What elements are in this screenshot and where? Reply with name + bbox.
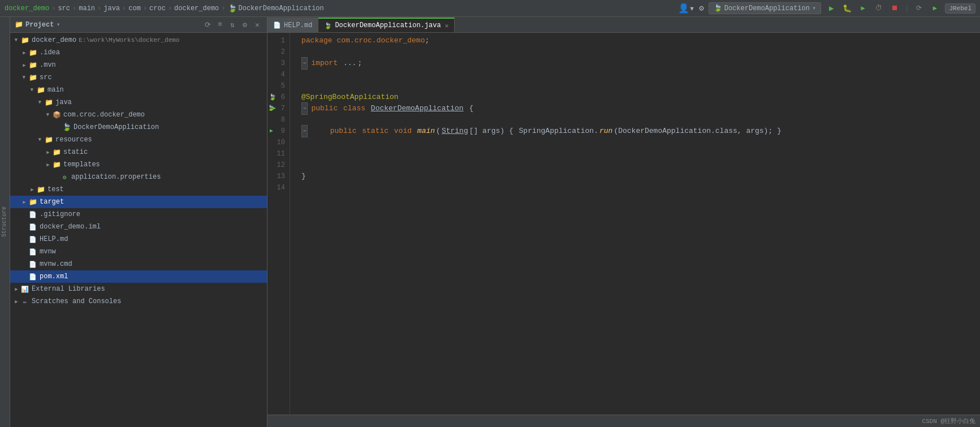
class-name: DockerDemoApplication <box>74 123 159 131</box>
tree-item-target[interactable]: ▶ 📁 target <box>10 196 267 208</box>
breadcrumb-class[interactable]: DockerDemoApplication <box>239 5 324 12</box>
expand-arrow-target[interactable]: ▶ <box>20 198 28 206</box>
tree-item-mvnwcmd[interactable]: ▶ 📄 mvnw.cmd <box>10 258 267 270</box>
tree-item-mvnw[interactable]: ▶ 📄 mvnw <box>10 245 267 258</box>
iml-name: docker_demo.iml <box>40 223 101 231</box>
tab-help[interactable]: 📄 HELP.md <box>267 18 318 32</box>
tree-item-scratches[interactable]: ▶ ✏ Scratches and Consoles <box>10 295 267 308</box>
tree-item-iml[interactable]: ▶ 📄 docker_demo.iml <box>10 221 267 233</box>
expand-arrow-external-libs[interactable]: ▶ <box>12 285 20 293</box>
code-content[interactable]: package com.croc.docker_demo; − import .… <box>290 33 980 415</box>
tree-item-java[interactable]: ▶ 📁 java <box>10 96 267 109</box>
templates-name: templates <box>63 161 100 169</box>
breadcrumb-src[interactable]: src <box>58 5 70 12</box>
expand-arrow-resources[interactable]: ▶ <box>36 136 44 144</box>
spring-icon-run: 🍃 <box>714 4 722 12</box>
line-numbers: 1 2 3 4 5 🍃 6 🍃 ▶ 7 <box>267 33 290 415</box>
tree-item-main[interactable]: ▶ 📁 main <box>10 84 267 96</box>
tree-item-resources[interactable]: ▶ 📁 resources <box>10 133 267 146</box>
expand-arrow-package[interactable]: ▶ <box>44 111 52 119</box>
top-bar-right: 👤▾ ⚙ 🍃 DockerDemoApplication ▾ ▶ 🐛 ▶ ⏱ ⏹… <box>678 2 975 14</box>
run-config-dropdown[interactable]: 🍃 DockerDemoApplication ▾ <box>709 2 821 14</box>
pomxml-name: pom.xml <box>40 273 68 281</box>
fold-icon-3[interactable]: − <box>301 57 308 70</box>
jrebel-run-button[interactable]: ▶ <box>929 3 940 14</box>
profile-button[interactable]: ⏱ <box>873 3 884 14</box>
fold-icon-9[interactable]: − <box>301 125 308 137</box>
code-line-5 <box>290 80 980 92</box>
src-name: src <box>40 74 52 81</box>
folder-icon-src: 📁 <box>28 73 37 82</box>
expand-arrow-test[interactable]: ▶ <box>28 186 36 193</box>
fold-icon-7[interactable]: − <box>301 102 308 115</box>
tree-item-idea[interactable]: ▶ 📁 .idea <box>10 46 267 59</box>
folder-icon-resources: 📁 <box>44 135 53 144</box>
bottom-right: CSDN @狂野小白兔 <box>922 417 975 425</box>
jrebel-badge[interactable]: JRebel <box>945 3 975 14</box>
tree-item-pomxml[interactable]: ▶ 📄 pom.xml <box>10 270 267 283</box>
settings-icon-top[interactable]: ⚙ <box>699 3 703 13</box>
breadcrumb-com[interactable]: com <box>128 5 141 12</box>
settings-icon-panel[interactable]: ⚙ <box>240 20 250 30</box>
update-button[interactable]: ⟳ <box>913 3 925 14</box>
expand-arrow-static[interactable]: ▶ <box>44 148 52 156</box>
tree-item-package[interactable]: ▶ 📦 com.croc.docker_demo <box>10 109 267 121</box>
structure-tab[interactable]: Structure <box>0 203 10 240</box>
tree-item-static[interactable]: ▶ 📁 static <box>10 146 267 158</box>
expand-arrow-java[interactable]: ▶ <box>36 98 44 106</box>
folder-icon-templates: 📁 <box>52 160 61 169</box>
user-icon[interactable]: 👤▾ <box>678 3 695 14</box>
tree-item-external-libs[interactable]: ▶ 📊 External Libraries <box>10 283 267 295</box>
folder-icon-static: 📁 <box>52 148 61 157</box>
breadcrumb-docker-demo[interactable]: docker_demo <box>5 5 49 12</box>
expand-arrow-root[interactable]: ▶ <box>12 36 20 44</box>
sync-icon[interactable]: ⟳ <box>202 20 213 30</box>
content-area: 📄 HELP.md 🍃 DockerDemoApplication.java ✕… <box>267 17 980 427</box>
breadcrumb-java[interactable]: java <box>103 5 120 12</box>
tree-item-root[interactable]: ▶ 📁 docker_demo E:\work\MyWorks\docker_d… <box>10 34 267 46</box>
tab-close-button[interactable]: ✕ <box>445 22 449 29</box>
breadcrumb-docker-demo2[interactable]: docker_demo <box>174 5 219 12</box>
line-num-13: 13 <box>267 171 290 182</box>
line-num-7: 🍃 ▶ 7 <box>267 103 290 114</box>
expand-arrow-templates[interactable]: ▶ <box>44 161 52 169</box>
expand-arrow-idea[interactable]: ▶ <box>20 49 28 57</box>
hide-panel-icon[interactable]: ✕ <box>252 20 262 30</box>
run-gutter-9[interactable]: ▶ <box>270 126 273 137</box>
mvn-name: .mvn <box>40 61 56 69</box>
folder-icon-main: 📁 <box>36 85 45 94</box>
folder-icon-java: 📁 <box>44 98 53 107</box>
tree-item-helpmd[interactable]: ▶ 📄 HELP.md <box>10 233 267 245</box>
expand-arrow-src[interactable]: ▶ <box>20 74 28 81</box>
run-gutter-7[interactable]: ▶ <box>273 103 276 114</box>
collapse-all-icon[interactable]: ≡ <box>215 20 225 30</box>
breadcrumb: docker_demo › src › main › java › com › … <box>5 4 324 13</box>
expand-arrow-scratches[interactable]: ▶ <box>12 297 20 305</box>
panel-dropdown-arrow[interactable]: ▾ <box>56 20 60 29</box>
tree-item-gitignore[interactable]: ▶ 📄 .gitignore <box>10 208 267 221</box>
stop-button[interactable]: ⏹ <box>889 3 900 14</box>
tree-item-src[interactable]: ▶ 📁 src <box>10 71 267 84</box>
panel-title[interactable]: 📁 Project ▾ <box>15 20 61 29</box>
tree-item-test[interactable]: ▶ 📁 test <box>10 183 267 196</box>
line-num-9: ▶ 9 <box>267 126 290 137</box>
run-button[interactable]: ▶ <box>826 3 837 14</box>
expand-arrow-mvn[interactable]: ▶ <box>20 61 28 69</box>
run-with-coverage-button[interactable]: ▶ <box>857 3 869 14</box>
expand-arrow-main[interactable]: ▶ <box>28 86 36 94</box>
tree-item-mvn[interactable]: ▶ 📁 .mvn <box>10 59 267 71</box>
line-num-8: 8 <box>267 114 290 126</box>
code-line-2 <box>290 46 980 58</box>
line-num-2: 2 <box>267 46 290 58</box>
main-name: main <box>48 86 64 94</box>
debug-button[interactable]: 🐛 <box>841 3 853 14</box>
breadcrumb-croc[interactable]: croc <box>149 5 166 12</box>
tree-item-appprops[interactable]: ▶ ⚙ application.properties <box>10 171 267 183</box>
tab-docker[interactable]: 🍃 DockerDemoApplication.java ✕ <box>318 18 455 32</box>
root-name: docker_demo <box>32 36 76 44</box>
code-editor: 1 2 3 4 5 🍃 6 🍃 ▶ 7 <box>267 33 980 415</box>
tree-item-templates[interactable]: ▶ 📁 templates <box>10 158 267 171</box>
breadcrumb-main[interactable]: main <box>79 5 95 12</box>
sort-icon[interactable]: ⇅ <box>227 20 238 30</box>
tree-item-class[interactable]: ▶ 🍃 DockerDemoApplication <box>10 121 267 133</box>
